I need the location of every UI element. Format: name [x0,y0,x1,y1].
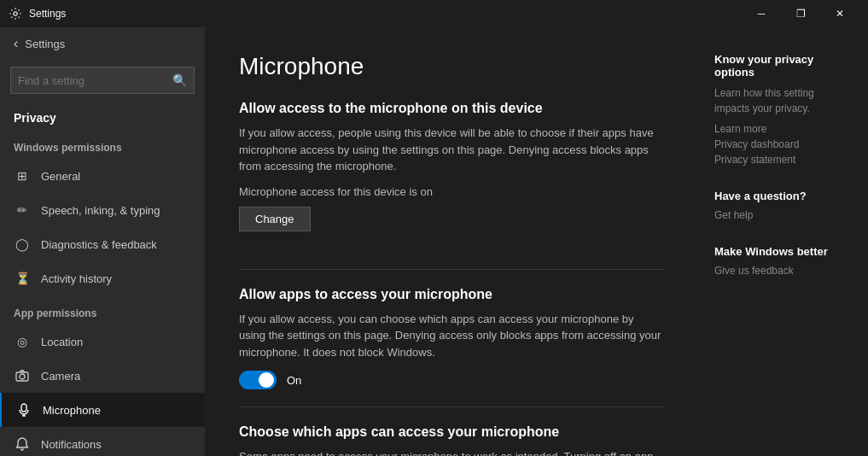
sidebar-item-camera[interactable]: Camera [0,359,205,393]
apps-microphone-toggle[interactable] [239,371,277,389]
sidebar-item-speech-label: Speech, inking, & typing [41,204,160,217]
section2-toggle-label: On [287,374,301,387]
diagnostics-icon: ◯ [14,236,31,253]
toggle-knob [259,372,274,388]
privacy-statement-link[interactable]: Privacy statement [714,154,851,166]
activity-icon: ⏳ [14,270,31,287]
section2-title: Allow apps to access your microphone [239,287,663,302]
learn-more-link[interactable]: Learn more [714,123,851,135]
section3-title: Choose which apps can access your microp… [239,424,663,440]
section2-toggle-row: On [239,371,663,389]
general-icon: ⊞ [14,167,31,184]
titlebar-controls: ─ ❐ ✕ [742,0,859,27]
svg-point-2 [20,374,25,379]
app-body: ‹ Settings 🔍 Privacy Windows permissions… [0,27,868,456]
divider1 [239,269,663,270]
search-input[interactable] [18,74,172,87]
maximize-button[interactable]: ❐ [781,0,820,27]
give-feedback-link[interactable]: Give us feedback [714,265,851,277]
sidebar: ‹ Settings 🔍 Privacy Windows permissions… [0,27,205,456]
section1-title: Allow access to the microphone on this d… [239,101,663,116]
know-privacy-title: Know your privacy options [714,53,851,79]
make-windows-better-section: Make Windows better Give us feedback [714,245,851,277]
microphone-icon [15,401,32,418]
get-help-link[interactable]: Get help [714,209,851,221]
sidebar-item-notifications[interactable]: Notifications [0,427,205,456]
sidebar-item-diagnostics[interactable]: ◯ Diagnostics & feedback [0,227,205,261]
search-button[interactable]: 🔍 [172,73,187,87]
sidebar-item-location[interactable]: ◎ Location [0,324,205,359]
change-button[interactable]: Change [239,207,311,231]
divider2 [239,406,663,407]
have-question-section: Have a question? Get help [714,190,851,221]
app-permissions-label: App permissions [0,295,205,324]
sidebar-item-activity[interactable]: ⏳ Activity history [0,261,205,295]
titlebar-title: Settings [29,8,742,20]
make-windows-better-title: Make Windows better [714,245,851,258]
know-privacy-desc: Learn how this setting impacts your priv… [714,85,851,116]
notifications-icon [14,436,31,453]
sidebar-item-activity-label: Activity history [41,272,112,285]
sidebar-item-camera-label: Camera [41,370,80,383]
sidebar-item-speech[interactable]: ✏ Speech, inking, & typing [0,193,205,227]
svg-point-0 [14,12,17,15]
windows-permissions-label: Windows permissions [0,130,205,159]
sidebar-item-diagnostics-label: Diagnostics & feedback [41,238,157,251]
speech-icon: ✏ [14,202,31,219]
svg-rect-3 [21,404,26,412]
main-content: Microphone Allow access to the microphon… [205,27,697,456]
sidebar-back-item[interactable]: ‹ Settings [0,27,205,60]
back-label: Settings [25,38,65,50]
section2-description: If you allow access, you can choose whic… [239,311,663,361]
have-question-title: Have a question? [714,190,851,202]
page-title: Microphone [239,53,663,80]
section1-description: If you allow access, people using this d… [239,125,663,175]
sidebar-item-microphone[interactable]: Microphone [0,393,205,427]
close-button[interactable]: ✕ [820,0,859,27]
back-arrow-icon: ‹ [14,36,18,51]
sidebar-item-location-label: Location [41,336,83,348]
search-box: 🔍 [10,67,195,94]
privacy-label: Privacy [0,101,205,130]
camera-icon [14,367,31,384]
sidebar-item-general[interactable]: ⊞ General [0,159,205,193]
settings-icon [9,7,22,20]
right-panel: Know your privacy options Learn how this… [697,27,868,456]
know-privacy-section: Know your privacy options Learn how this… [714,53,851,166]
privacy-dashboard-link[interactable]: Privacy dashboard [714,138,851,150]
section3-description: Some apps need to access your microphone… [239,448,663,456]
location-icon: ◎ [14,333,31,350]
titlebar: Settings ─ ❐ ✕ [0,0,868,27]
sidebar-item-notifications-label: Notifications [41,438,102,451]
minimize-button[interactable]: ─ [742,0,781,27]
sidebar-item-microphone-label: Microphone [43,404,101,417]
section1-status: Microphone access for this device is on [239,185,663,198]
sidebar-item-general-label: General [41,170,80,183]
search-container: 🔍 [0,60,205,101]
